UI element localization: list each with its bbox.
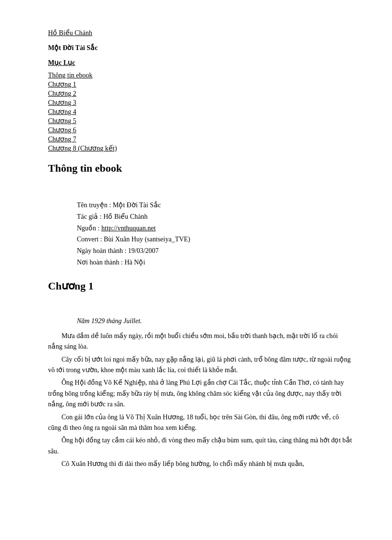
toc-link-7[interactable]: Chương 7 — [48, 136, 76, 143]
info-link-2[interactable]: http://vnthuquan.net — [101, 225, 156, 232]
info-label-4: Ngày hoàn thành : — [77, 247, 128, 254]
toc-list: Thông tin ebook Chương 1 Chương 2 Chương… — [48, 72, 354, 152]
toc-link-3[interactable]: Chương 3 — [48, 99, 76, 106]
chapter1-paragraph-2: Ông Hội đồng Võ Kế Nghiệp, nhà ở làng Ph… — [48, 377, 354, 410]
info-label-3: Convert : — [77, 236, 104, 243]
info-label-1: Tác giả : — [77, 213, 103, 220]
chapter1-paragraph-1: Cây cối bị ướt loi ngoi mấy bữa, nay gặp… — [48, 354, 354, 376]
chapter1-paragraph-3: Con gái lớn của ông là Võ Thị Xuân Hương… — [48, 412, 354, 434]
toc-item-3[interactable]: Chương 3 — [48, 99, 354, 107]
info-row-3: Convert : Bùi Xuân Huy (santseiya_TVE) — [77, 234, 354, 245]
info-label-2: Nguồn : — [77, 225, 101, 232]
info-block: Tên truyện : Một Đời Tài Sắc Tác giả : H… — [77, 200, 354, 268]
info-label-5: Nơi hoàn thành : — [77, 259, 124, 266]
info-value-5: Hà Nội — [124, 259, 145, 266]
toc-item-0[interactable]: Thông tin ebook — [48, 72, 354, 79]
ebook-section: Thông tin ebook Tên truyện : Một Đời Tài… — [48, 162, 354, 268]
info-row-4: Ngày hoàn thành : 19/03/2007 — [77, 245, 354, 257]
info-row-1: Tác giả : Hồ Biểu Chánh — [77, 211, 354, 223]
info-value-3: Bùi Xuân Huy (santseiya_TVE) — [104, 236, 190, 243]
toc-link-6[interactable]: Chương 6 — [48, 126, 76, 134]
toc-item-8[interactable]: Chương 8 (Chương kết) — [48, 144, 354, 152]
info-row-0: Tên truyện : Một Đời Tài Sắc — [77, 200, 354, 211]
info-row-2: Nguồn : http://vnthuquan.net — [77, 223, 354, 234]
toc-link-1[interactable]: Chương 1 — [48, 81, 76, 88]
toc-item-5[interactable]: Chương 5 — [48, 117, 354, 125]
info-row-5: Nơi hoàn thành : Hà Nội — [77, 257, 354, 268]
info-label-0: Tên truyện : — [77, 201, 113, 209]
chapter1-section: Chương 1 Năm 1929 tháng Juillet. Mưa dầm… — [48, 280, 354, 470]
ebook-section-heading: Thông tin ebook — [48, 162, 354, 175]
toc-item-4[interactable]: Chương 4 — [48, 108, 354, 116]
chapter1-paragraph-5: Cô Xuân Hương thì đi dài theo mấy liếp b… — [48, 459, 354, 469]
toc-item-1[interactable]: Chương 1 — [48, 80, 354, 88]
toc-link-5[interactable]: Chương 5 — [48, 117, 76, 125]
chapter1-paragraph-0: Mưa dầm dề luôn mấy ngày, rồi một buổi c… — [48, 331, 354, 352]
author-name: Hồ Biểu Chánh — [48, 29, 354, 37]
toc-item-7[interactable]: Chương 7 — [48, 135, 354, 143]
info-value-1: Hồ Biểu Chánh — [103, 213, 147, 220]
toc-link-8[interactable]: Chương 8 (Chương kết) — [48, 145, 117, 152]
toc-link-0[interactable]: Thông tin ebook — [48, 72, 93, 79]
toc-link-4[interactable]: Chương 4 — [48, 108, 76, 115]
toc-link-2[interactable]: Chương 2 — [48, 90, 76, 97]
toc-item-2[interactable]: Chương 2 — [48, 89, 354, 98]
chapter1-italic-intro: Năm 1929 tháng Juillet. — [48, 317, 354, 325]
toc-item-6[interactable]: Chương 6 — [48, 126, 354, 134]
info-value-4: 19/03/2007 — [128, 247, 159, 254]
book-title: Một Đời Tài Sắc — [48, 44, 354, 52]
info-value-0: Một Đời Tài Sắc — [113, 201, 161, 209]
page: Hồ Biểu Chánh Một Đời Tài Sắc Mục Lục Th… — [0, 0, 392, 540]
toc-title: Mục Lục — [48, 59, 354, 67]
chapter1-paragraph-4: Ông hội đồng tay cầm cái kéo nhỏ, đi vòn… — [48, 435, 354, 457]
chapter1-heading: Chương 1 — [48, 280, 354, 292]
